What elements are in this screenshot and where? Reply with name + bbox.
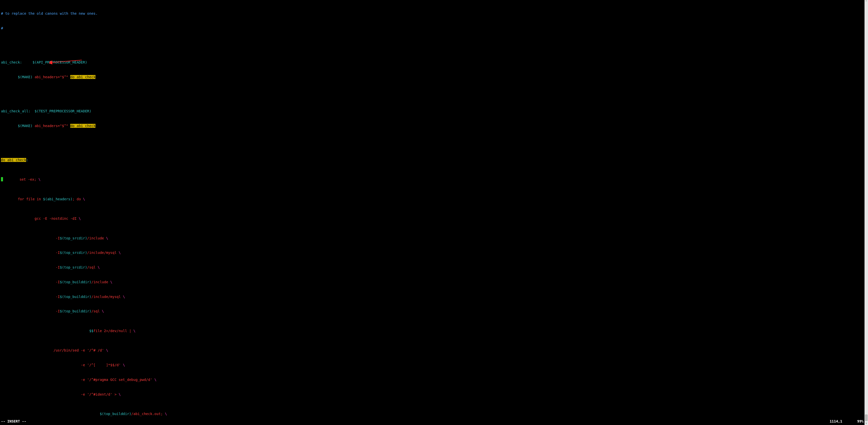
include-path: /sql bbox=[87, 265, 96, 269]
scroll-down-button[interactable]: v bbox=[865, 422, 868, 425]
indent bbox=[1, 412, 100, 416]
include-flag: -I bbox=[56, 280, 60, 284]
indent bbox=[1, 392, 81, 396]
comment-line: # bbox=[1, 26, 3, 30]
editor-area[interactable]: # to replace the old canons with the new… bbox=[0, 0, 868, 425]
make-cmd: $(MAKE) bbox=[18, 124, 32, 128]
include-flag: -I bbox=[56, 309, 60, 313]
make-var: $(top_srcdir) bbox=[60, 251, 87, 255]
shell-for: for file in bbox=[18, 197, 43, 201]
line-continuation: \ bbox=[76, 217, 81, 221]
shell-set: set -ex; bbox=[20, 177, 36, 182]
line-continuation: \ bbox=[163, 412, 167, 416]
include-path: /include bbox=[87, 236, 104, 240]
indent bbox=[1, 217, 35, 221]
include-path: /include/mysql bbox=[87, 251, 117, 255]
make-target: abi_check_all: bbox=[1, 109, 30, 113]
gcc-cmd: gcc bbox=[35, 217, 43, 221]
make-var: $(abi_headers) bbox=[43, 197, 72, 201]
make-deps: $(TEST_PREPROCESSOR_HEADER) bbox=[30, 109, 91, 113]
scroll-thumb[interactable] bbox=[865, 415, 868, 421]
sed-expr: -e '/^# /d' bbox=[81, 348, 104, 352]
make-var: $(top_builddir) bbox=[60, 309, 91, 313]
indent bbox=[1, 265, 56, 269]
make-target-colon: : bbox=[26, 158, 28, 162]
line-continuation: \ bbox=[104, 348, 108, 352]
line-continuation: \ bbox=[121, 363, 125, 367]
make-assign: abi_headers="$^" bbox=[32, 75, 70, 79]
vim-mode: -- INSERT -- bbox=[1, 419, 26, 424]
shell-for: ; do bbox=[72, 197, 81, 201]
make-assign: abi_headers="$^" bbox=[32, 124, 70, 128]
make-var: $(top_builddir) bbox=[60, 280, 91, 284]
indent bbox=[1, 363, 81, 367]
comment-line: # to replace the old canons with the new… bbox=[1, 11, 98, 15]
indent bbox=[1, 236, 56, 240]
make-var: $(top_builddir) bbox=[100, 412, 131, 416]
include-flag: -I bbox=[56, 265, 60, 269]
include-flag: -I bbox=[56, 236, 60, 240]
sed-expr: -e '/^[ ]*$$/d' bbox=[81, 363, 121, 367]
sed-expr: -e '/^#pragma GCC set_debug_pwd/d' bbox=[81, 378, 152, 382]
search-match: do_abi_check bbox=[70, 75, 95, 79]
shell-file: file 2>/dev/null | bbox=[93, 329, 131, 333]
indent bbox=[1, 197, 18, 201]
include-path: /include/mysql bbox=[91, 295, 121, 299]
indent bbox=[1, 378, 81, 382]
include-flag: -I bbox=[56, 251, 60, 255]
line-continuation: \ bbox=[108, 280, 113, 284]
line-continuation: \ bbox=[95, 265, 100, 269]
indent bbox=[1, 295, 56, 299]
indent bbox=[1, 348, 54, 352]
make-target: abi_check: bbox=[1, 60, 22, 64]
vim-ruler: 1114,1 bbox=[830, 419, 857, 424]
gcc-flags: -E -nostdinc -dI bbox=[43, 217, 77, 221]
line-continuation: \ bbox=[104, 236, 108, 240]
include-path: /include bbox=[91, 280, 108, 284]
terminal-viewport: # to replace the old canons with the new… bbox=[0, 0, 868, 425]
line-continuation: \ bbox=[131, 329, 135, 333]
line-continuation: \ bbox=[117, 251, 121, 255]
search-match: do_abi_check bbox=[1, 158, 26, 162]
indent bbox=[1, 309, 56, 313]
make-deps: $(API_PREPROCESSOR_HEADER) bbox=[22, 60, 87, 64]
scroll-up-button[interactable]: ^ bbox=[865, 0, 868, 3]
make-cmd: $(MAKE) bbox=[18, 75, 32, 79]
out-path: /abi_check.out; bbox=[131, 412, 163, 416]
sed-expr: -e '/^#ident/d' > bbox=[81, 392, 116, 396]
indent bbox=[3, 177, 20, 182]
line-continuation: \ bbox=[152, 378, 157, 382]
search-match: do_abi_check bbox=[70, 124, 95, 128]
line-continuation: \ bbox=[36, 177, 41, 182]
make-var: $(top_builddir) bbox=[60, 295, 91, 299]
vim-scroll-percent: 99% bbox=[857, 419, 864, 424]
line-continuation: \ bbox=[121, 295, 125, 299]
vim-status-bar: -- INSERT -- 1114,1 99% bbox=[0, 419, 865, 425]
sed-cmd: /usr/bin/sed bbox=[54, 348, 81, 352]
include-path: /sql bbox=[91, 309, 100, 313]
line-continuation: \ bbox=[117, 392, 121, 396]
make-var: $(top_srcdir) bbox=[60, 265, 87, 269]
line-continuation: \ bbox=[81, 197, 85, 201]
shell-var: $$ bbox=[89, 329, 93, 333]
vertical-scrollbar[interactable]: ^ v bbox=[865, 0, 868, 425]
indent bbox=[1, 251, 56, 255]
line-continuation: \ bbox=[100, 309, 104, 313]
make-var: $(top_srcdir) bbox=[60, 236, 87, 240]
include-flag: -I bbox=[56, 295, 60, 299]
indent bbox=[1, 280, 56, 284]
indent bbox=[1, 329, 89, 333]
